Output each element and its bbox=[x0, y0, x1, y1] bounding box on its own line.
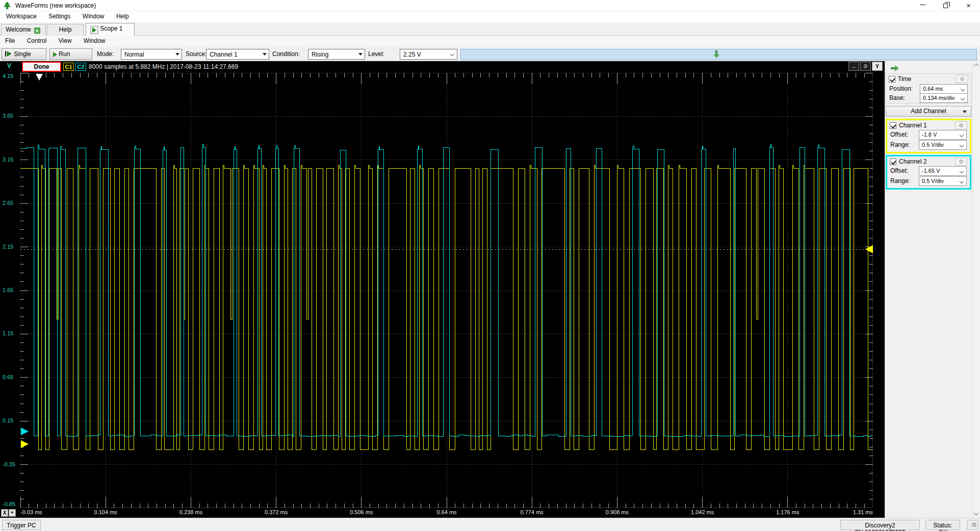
app-statusbar: Trigger PC Discovery2 SN:210321075955 St… bbox=[0, 518, 980, 531]
dropdown-arrow-icon bbox=[11, 512, 14, 514]
ruler-icon: ↔ bbox=[851, 63, 857, 69]
device-serial-button[interactable]: Discovery2 SN:210321075955 bbox=[840, 520, 920, 530]
dropdown-arrow-icon bbox=[263, 53, 267, 56]
x-axis-button[interactable]: X bbox=[1, 509, 8, 517]
trigger-pc-button[interactable]: Trigger PC bbox=[2, 520, 41, 530]
x-tick-label: 1.176 ms bbox=[776, 509, 799, 515]
combo-chevron-icon bbox=[450, 52, 454, 56]
run-icon bbox=[53, 52, 57, 57]
gear-icon: ⚙ bbox=[959, 158, 964, 165]
plot-settings-button[interactable]: ⚙ bbox=[860, 62, 871, 71]
scope-menu-view[interactable]: View bbox=[54, 36, 77, 46]
y-tick-label: 0.15 bbox=[3, 417, 13, 423]
x-tick-label: 0.372 ms bbox=[265, 509, 288, 515]
channel2-range-combo[interactable]: 0.5 V/div bbox=[919, 176, 967, 186]
y-tick-label: 3.15 bbox=[3, 156, 13, 163]
channel2-chip[interactable]: C2 bbox=[75, 63, 86, 71]
y-tick-label: 1.15 bbox=[3, 330, 13, 336]
scope-menu-window[interactable]: Window bbox=[79, 36, 111, 46]
x-tick-label: -0.03 ms bbox=[20, 509, 42, 515]
time-position-combo[interactable]: 0.64 ms bbox=[920, 84, 968, 94]
condition-select[interactable]: Rising bbox=[308, 49, 365, 60]
menu-settings[interactable]: Settings bbox=[43, 11, 75, 21]
add-tab-icon[interactable]: + bbox=[34, 28, 40, 34]
gear-icon: ⚙ bbox=[971, 521, 977, 528]
single-button[interactable]: Single bbox=[2, 48, 46, 60]
x-axis-dropdown[interactable] bbox=[9, 509, 16, 517]
offset-label: Offset: bbox=[890, 167, 908, 174]
waveforms-app-icon bbox=[3, 2, 11, 10]
base-label: Base: bbox=[889, 94, 905, 101]
channel2-offset-combo[interactable]: -1.65 V bbox=[919, 166, 967, 176]
menu-workspace[interactable]: Workspace bbox=[1, 11, 42, 21]
acquisition-info: 8000 samples at 5.882 MHz | 2017-08-23 1… bbox=[89, 63, 238, 70]
time-group: Time ⚙ Position: 0.64 ms Base: 0.134 ms/… bbox=[886, 73, 971, 103]
scope-settings-panel: Time ⚙ Position: 0.64 ms Base: 0.134 ms/… bbox=[885, 61, 980, 518]
menu-help[interactable]: Help bbox=[111, 11, 134, 21]
source-select[interactable]: Channel 1 bbox=[206, 49, 269, 60]
channel1-range-combo[interactable]: 0.5 V/div bbox=[919, 140, 967, 150]
channel1-settings-button[interactable]: ⚙ bbox=[955, 121, 967, 129]
tab-bar: Welcome+ Help Scope 1 x bbox=[0, 22, 980, 36]
oscilloscope-plot[interactable] bbox=[20, 73, 873, 508]
device-settings-button[interactable]: ⚙ bbox=[967, 520, 978, 530]
range-label: Range: bbox=[890, 177, 910, 184]
menu-window[interactable]: Window bbox=[78, 11, 110, 21]
channel1-checkbox[interactable] bbox=[890, 122, 896, 129]
combo-chevron-icon bbox=[961, 87, 965, 91]
tab-help[interactable]: Help bbox=[47, 24, 84, 36]
y-cursors-button[interactable]: Y bbox=[872, 62, 883, 71]
minimize-icon[interactable] bbox=[911, 0, 934, 11]
x-tick-label: 1.042 ms bbox=[691, 509, 714, 515]
scope-running-icon bbox=[90, 26, 98, 34]
x-tick-label: 1.31 ms bbox=[853, 509, 873, 515]
run-button[interactable]: Run bbox=[49, 48, 92, 60]
dropdown-arrow-icon bbox=[963, 111, 967, 113]
combo-chevron-icon bbox=[960, 179, 964, 183]
x-tick-label: 0.908 ms bbox=[606, 509, 629, 515]
channel2-checkbox[interactable] bbox=[890, 158, 896, 165]
scope-menu-control[interactable]: Control bbox=[22, 36, 52, 46]
y-tick-label: -0.85 bbox=[3, 501, 15, 507]
x-tick-label: 0.238 ms bbox=[179, 509, 202, 515]
add-channel-button[interactable]: Add Channel bbox=[886, 106, 971, 117]
scope-menu-file[interactable]: File bbox=[0, 36, 20, 46]
range-label: Range: bbox=[890, 141, 910, 148]
main-menubar: Workspace Settings Window Help bbox=[0, 11, 980, 22]
y-tick-label: 3.65 bbox=[3, 113, 13, 119]
channel1-group: Channel 1 ⚙ Offset: -1.8 V Range: 0.5 V/… bbox=[886, 119, 971, 153]
gear-icon: ⚙ bbox=[960, 76, 965, 82]
acquisition-done-badge: Done bbox=[22, 62, 61, 72]
condition-label: Condition: bbox=[272, 50, 300, 58]
panel-scrollbar[interactable] bbox=[972, 61, 980, 518]
mode-select[interactable]: Normal bbox=[121, 49, 182, 60]
panel-collapse-arrow-icon[interactable] bbox=[891, 65, 899, 71]
scroll-down-icon[interactable] bbox=[974, 511, 979, 516]
time-checkbox[interactable] bbox=[889, 76, 895, 83]
y-tick-label: 2.15 bbox=[3, 244, 13, 250]
time-base-combo[interactable]: 0.134 ms/div bbox=[920, 93, 968, 103]
close-icon[interactable]: × bbox=[957, 0, 980, 11]
measure-ruler-button[interactable]: ↔ bbox=[848, 62, 859, 71]
trigger-position-arrow-icon[interactable] bbox=[713, 50, 719, 58]
channel1-offset-combo[interactable]: -1.8 V bbox=[919, 130, 967, 140]
channel2-settings-button[interactable]: ⚙ bbox=[955, 157, 967, 166]
combo-chevron-icon bbox=[960, 169, 964, 173]
y-tick-label: 1.65 bbox=[3, 287, 13, 293]
device-status-button[interactable]: Status: OK bbox=[925, 520, 960, 530]
y-tick-label: 0.65 bbox=[3, 374, 13, 380]
x-tick-label: 0.64 ms bbox=[436, 509, 456, 515]
restore-icon[interactable] bbox=[934, 0, 957, 11]
position-label: Position: bbox=[889, 85, 913, 92]
level-label: Level: bbox=[368, 50, 384, 58]
time-settings-button[interactable]: ⚙ bbox=[956, 75, 968, 83]
dropdown-arrow-icon bbox=[358, 53, 363, 56]
channel1-group-title: Channel 1 bbox=[899, 122, 927, 129]
tab-welcome[interactable]: Welcome+ bbox=[1, 24, 46, 36]
channel1-chip[interactable]: C1 bbox=[63, 63, 74, 71]
y-tick-label: 2.65 bbox=[3, 200, 13, 206]
level-combo[interactable]: 2.25 V bbox=[400, 49, 457, 60]
tab-scope-1[interactable]: Scope 1 x bbox=[86, 23, 135, 36]
source-label: Source: bbox=[186, 50, 207, 58]
scroll-up-icon[interactable] bbox=[974, 64, 979, 69]
